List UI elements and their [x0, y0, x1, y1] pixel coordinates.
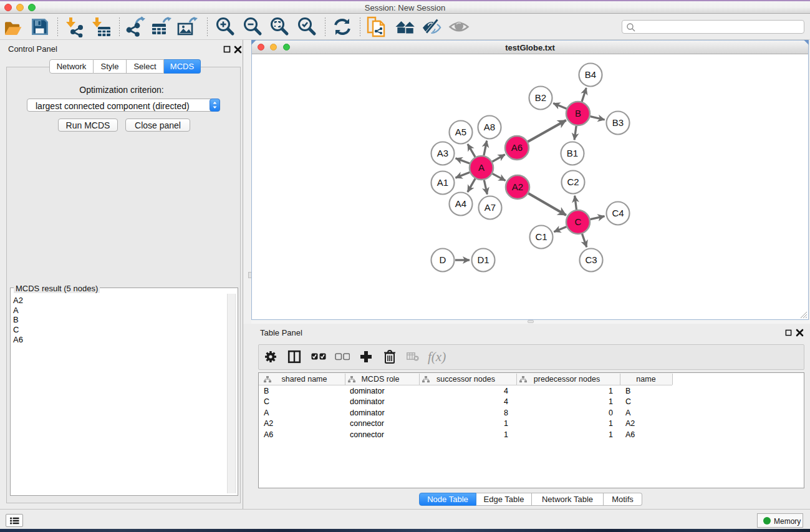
- svg-text:A6: A6: [511, 142, 523, 153]
- svg-text:A1: A1: [437, 177, 448, 188]
- svg-text:C4: C4: [612, 208, 624, 218]
- svg-text:A4: A4: [455, 198, 466, 209]
- svg-text:A8: A8: [484, 122, 495, 132]
- svg-text:A5: A5: [455, 127, 466, 137]
- svg-text:C2: C2: [567, 177, 579, 187]
- svg-text:C3: C3: [585, 254, 597, 265]
- svg-text:A3: A3: [437, 148, 448, 158]
- svg-text:C: C: [575, 216, 582, 227]
- svg-text:D1: D1: [477, 254, 489, 265]
- svg-text:B1: B1: [567, 148, 578, 158]
- svg-text:B3: B3: [612, 117, 624, 128]
- svg-text:A2: A2: [512, 181, 523, 192]
- svg-text:C1: C1: [535, 231, 547, 242]
- svg-text:A: A: [478, 162, 485, 173]
- svg-text:D: D: [440, 254, 446, 265]
- svg-text:B4: B4: [585, 69, 596, 80]
- svg-text:B2: B2: [535, 92, 546, 103]
- svg-text:B: B: [575, 108, 581, 118]
- svg-text:A7: A7: [485, 202, 496, 213]
